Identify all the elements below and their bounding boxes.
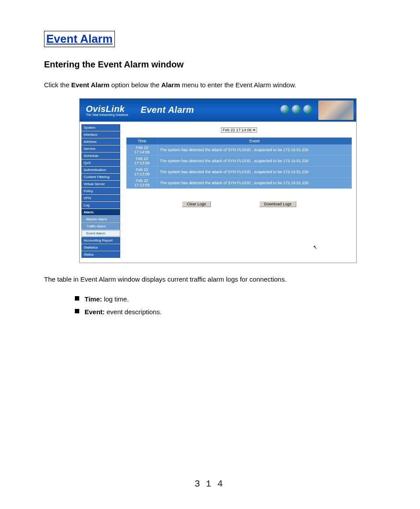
globe-icon: [303, 105, 312, 114]
time-select[interactable]: Feb 22 17:14:06: [221, 127, 258, 133]
logo-subtext: The Total Networking Solutions: [86, 113, 128, 116]
sidebar-item[interactable]: Content Filtering: [81, 174, 120, 180]
cell-event: The system has detected the attack of SY…: [158, 155, 352, 166]
app-page-title: Event Alarm: [140, 105, 194, 115]
sidebar-item[interactable]: Virtual Server: [81, 181, 120, 187]
cell-event: The system has detected the attack of SY…: [158, 144, 352, 155]
app-header: OvisLink The Total Networking Solutions …: [80, 99, 356, 122]
page-number: ３１４: [0, 478, 420, 490]
sidebar-item[interactable]: System: [81, 124, 120, 131]
download-logs-button[interactable]: Download Logs: [259, 201, 296, 207]
table-row: Feb 2217:13:56The system has detected th…: [127, 155, 352, 166]
header-image: [318, 100, 354, 120]
cell-event: The system has detected the attack of SY…: [158, 166, 352, 177]
cell-time: Feb 2217:12:55: [127, 177, 158, 188]
sidebar-item[interactable]: Service: [81, 145, 120, 152]
col-time-header: Time: [127, 137, 158, 144]
button-row: Clear Logs Download Logs: [126, 201, 352, 207]
table-row: Feb 2217:12:55The system has detected th…: [127, 177, 352, 188]
list-item: Time: log time.: [75, 293, 376, 306]
sidebar-nav: SystemInterfaceAddressServiceScheduleQoS…: [80, 122, 122, 263]
selector-row: Feb 22 17:14:06: [126, 125, 352, 133]
sidebar-item[interactable]: Authentication: [81, 167, 120, 173]
cell-event: The system has detected the attack of SY…: [158, 177, 352, 188]
logo-block: OvisLink The Total Networking Solutions: [80, 104, 128, 116]
intro-bold1: Event Alarm: [71, 81, 110, 89]
embedded-screenshot: OvisLink The Total Networking Solutions …: [79, 98, 357, 263]
intro-bold2: Alarm: [161, 81, 180, 89]
sidebar-item[interactable]: Alarm: [81, 209, 120, 215]
bullet-desc: log time.: [102, 295, 129, 303]
cell-time: Feb 2217:13:56: [127, 155, 158, 166]
sidebar-item[interactable]: Log: [81, 202, 120, 208]
sidebar-item[interactable]: Address: [81, 138, 120, 145]
cursor-icon: ↖: [313, 244, 317, 250]
sidebar-item[interactable]: Accounting Report: [81, 237, 120, 244]
sidebar-item[interactable]: Traffic Alarm: [81, 223, 120, 230]
sidebar-item[interactable]: QoS: [81, 160, 120, 166]
globe-icon: [280, 105, 289, 114]
cell-time: Feb 2217:13:06: [127, 166, 158, 177]
clear-logs-button[interactable]: Clear Logs: [182, 201, 211, 207]
event-table: Time Event Feb 2217:14:06The system has …: [126, 137, 352, 189]
list-item: Event: event descriptions.: [75, 306, 376, 319]
bullet-label: Time:: [85, 295, 102, 303]
col-event-header: Event: [158, 137, 352, 144]
sidebar-item[interactable]: Status: [81, 251, 120, 258]
bullet-desc: event descriptions.: [105, 308, 162, 316]
intro-suffix: menu to enter the Event Alarm window.: [180, 81, 296, 89]
subtitle: Entering the Event Alarm window: [44, 59, 376, 70]
globe-icon: [292, 105, 301, 114]
title-link[interactable]: Event Alarm: [44, 31, 115, 47]
bullet-label: Event:: [85, 308, 105, 316]
sidebar-item[interactable]: VPN: [81, 195, 120, 201]
intro-mid: option below the: [110, 81, 162, 89]
bullet-list: Time: log time.Event: event descriptions…: [75, 293, 376, 318]
intro-prefix: Click the: [44, 81, 71, 89]
globe-icons: [280, 105, 312, 114]
sidebar-item[interactable]: Blaster Alarm: [81, 216, 120, 223]
after-paragraph: The table in Event Alarm window displays…: [44, 275, 376, 285]
main-content: Feb 22 17:14:06 Time Event Feb 2217:14:0…: [122, 122, 356, 263]
table-row: Feb 2217:14:06The system has detected th…: [127, 144, 352, 155]
cell-time: Feb 2217:14:06: [127, 144, 158, 155]
sidebar-item[interactable]: Statistics: [81, 244, 120, 251]
sidebar-item[interactable]: Schedule: [81, 152, 120, 159]
sidebar-item[interactable]: Policy: [81, 188, 120, 194]
logo-text: OvisLink: [86, 104, 125, 114]
table-row: Feb 2217:13:06The system has detected th…: [127, 166, 352, 177]
sidebar-item[interactable]: Event Alarm: [81, 230, 120, 237]
sidebar-item[interactable]: Interface: [81, 131, 120, 138]
intro-paragraph: Click the Event Alarm option below the A…: [44, 80, 376, 90]
